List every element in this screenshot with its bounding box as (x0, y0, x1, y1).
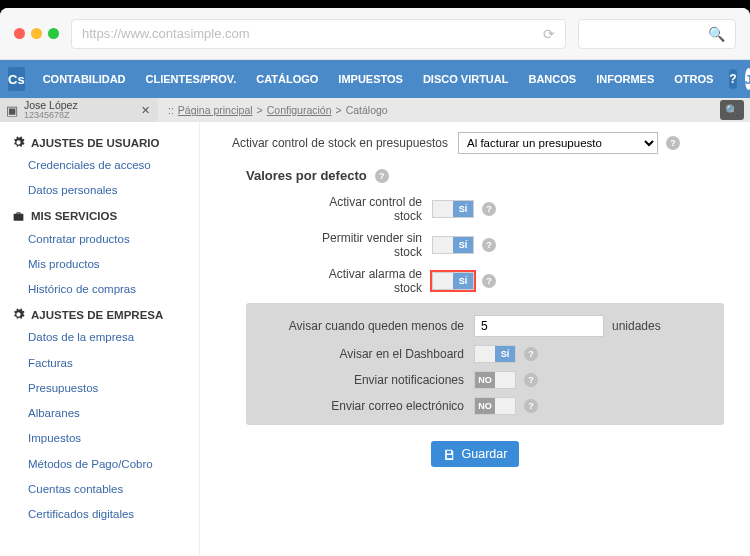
help-icon[interactable]: ? (524, 373, 538, 387)
nav-clientes[interactable]: CLIENTES/PROV. (138, 73, 245, 85)
sidebar-item-payment[interactable]: Métodos de Pago/Cobro (0, 452, 199, 477)
maximize-dot[interactable] (48, 28, 59, 39)
budget-stock-select[interactable]: Al facturar un presupuesto (458, 132, 658, 154)
sidebar-heading-company: AJUSTES DE EMPRESA (0, 302, 199, 325)
toggle-notifications[interactable] (474, 371, 516, 389)
crumb-home[interactable]: Página principal (178, 104, 253, 116)
sidebar-item-credentials[interactable]: Credenciales de acceso (0, 153, 199, 178)
toggle-email[interactable] (474, 397, 516, 415)
sidebar-item-myproducts[interactable]: Mis productos (0, 252, 199, 277)
save-button[interactable]: Guardar (431, 441, 520, 467)
top-nav: Cs CONTABILIDAD CLIENTES/PROV. CATÁLOGO … (0, 60, 750, 98)
threshold-input[interactable] (474, 315, 604, 337)
user-icon: ▣ (6, 103, 18, 118)
help-icon[interactable]: ? (375, 169, 389, 183)
app-logo[interactable]: Cs (8, 67, 25, 91)
minimize-dot[interactable] (31, 28, 42, 39)
search-icon: 🔍 (708, 26, 725, 42)
sidebar-item-taxes[interactable]: Impuestos (0, 426, 199, 451)
user-id: 12345678Z (24, 110, 78, 120)
sidebar-item-company[interactable]: Datos de la empresa (0, 325, 199, 350)
sidebar-item-delivery[interactable]: Albaranes (0, 401, 199, 426)
sidebar-item-budgets[interactable]: Presupuestos (0, 376, 199, 401)
help-icon[interactable]: ? (482, 202, 496, 216)
page-search-icon[interactable]: 🔍 (720, 100, 744, 120)
nav-contabilidad[interactable]: CONTABILIDAD (35, 73, 134, 85)
budget-stock-label: Activar control de stock en presupuestos (222, 136, 458, 150)
nav-catalogo[interactable]: CATÁLOGO (248, 73, 326, 85)
app-frame: https://www.contasimple.com ⟳ 🔍 Cs CONTA… (0, 8, 750, 556)
sidebar-heading-services: MIS SERVICIOS (0, 204, 199, 227)
row-stock-control: Activar control de stock ? (302, 195, 728, 223)
browser-bar: https://www.contasimple.com ⟳ 🔍 (0, 8, 750, 60)
nav-disco[interactable]: DISCO VIRTUAL (415, 73, 517, 85)
breadcrumb: :: Página principal > Configuración > Ca… (158, 104, 720, 116)
sidebar-item-history[interactable]: Histórico de compras (0, 277, 199, 302)
close-icon[interactable]: ✕ (141, 104, 150, 117)
browser-search[interactable]: 🔍 (578, 19, 736, 49)
user-name: Jose López (24, 100, 78, 111)
sidebar: AJUSTES DE USUARIO Credenciales de acces… (0, 122, 200, 556)
sidebar-item-hire[interactable]: Contratar productos (0, 227, 199, 252)
toggle-stock-alarm[interactable] (432, 272, 474, 290)
layout: AJUSTES DE USUARIO Credenciales de acces… (0, 122, 750, 556)
sub-bar: ▣ Jose López 12345678Z ✕ :: Página princ… (0, 98, 750, 122)
url-bar[interactable]: https://www.contasimple.com ⟳ (71, 19, 566, 49)
help-icon[interactable]: ? (666, 136, 680, 150)
gear-icon (12, 308, 25, 321)
sidebar-item-certs[interactable]: Certificados digitales (0, 502, 199, 527)
avatar[interactable]: J (745, 68, 750, 90)
nav-otros[interactable]: OTROS (666, 73, 721, 85)
alarm-panel: Avisar cuando queden menos de unidades A… (246, 303, 724, 425)
row-budget-stock: Activar control de stock en presupuestos… (222, 132, 728, 154)
nav-bancos[interactable]: BANCOS (520, 73, 584, 85)
row-email: Enviar correo electrónico ? (262, 397, 708, 415)
sidebar-item-invoices[interactable]: Facturas (0, 351, 199, 376)
url-text: https://www.contasimple.com (82, 26, 250, 41)
help-icon[interactable]: ? (482, 274, 496, 288)
nav-informes[interactable]: INFORMES (588, 73, 662, 85)
help-icon[interactable]: ? (482, 238, 496, 252)
crumb-catalog: Catálogo (346, 104, 388, 116)
row-threshold: Avisar cuando queden menos de unidades (262, 315, 708, 337)
row-dash: Avisar en el Dashboard ? (262, 345, 708, 363)
crumb-config[interactable]: Configuración (267, 104, 332, 116)
reload-icon[interactable]: ⟳ (543, 26, 555, 42)
defaults-title: Valores por defecto ? (246, 168, 728, 183)
row-allow-nostock: Permitir vender sin stock ? (302, 231, 728, 259)
sidebar-item-accounts[interactable]: Cuentas contables (0, 477, 199, 502)
user-block[interactable]: ▣ Jose López 12345678Z ✕ (0, 98, 158, 122)
gear-icon (12, 136, 25, 149)
close-dot[interactable] (14, 28, 25, 39)
row-stock-alarm: Activar alarma de stock ? (302, 267, 728, 295)
toggle-stock-control[interactable] (432, 200, 474, 218)
toggle-dashboard[interactable] (474, 345, 516, 363)
nav-impuestos[interactable]: IMPUESTOS (330, 73, 411, 85)
save-icon (443, 448, 456, 461)
sidebar-item-personal[interactable]: Datos personales (0, 178, 199, 203)
briefcase-icon (12, 210, 25, 223)
row-notif: Enviar notificaciones ? (262, 371, 708, 389)
help-icon[interactable]: ? (524, 399, 538, 413)
fade-overlay (200, 530, 750, 556)
content: Activar control de stock en presupuestos… (200, 122, 750, 556)
help-icon[interactable]: ? (524, 347, 538, 361)
window-controls (14, 28, 59, 39)
sidebar-heading-user: AJUSTES DE USUARIO (0, 130, 199, 153)
toggle-allow-nostock[interactable] (432, 236, 474, 254)
help-icon[interactable]: ? (729, 69, 736, 89)
